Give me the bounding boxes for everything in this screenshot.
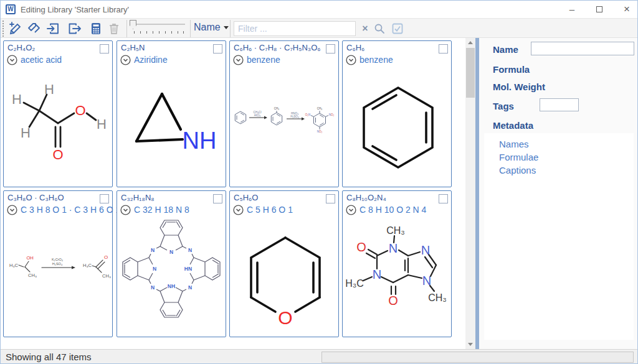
svg-text:O: O [75,103,85,118]
card-formula: C₆H₆ [346,43,364,52]
chevron-circle-icon[interactable] [346,205,356,215]
slider-track[interactable] [131,24,185,25]
card-formula: C₃H₈O · C₃H₆O [7,193,64,202]
svg-text:O₂N: O₂N [305,113,311,116]
card-checkbox[interactable] [439,44,448,54]
toolbar-separator [230,20,231,37]
maximize-icon [596,6,602,12]
metadata-list: Names Formulae Captions [484,133,634,340]
card-caption: benzene [247,55,280,65]
card-benzene[interactable]: C₆H₆ benzene [342,40,452,187]
mol-weight-label: Mol. Weight [493,82,545,92]
card-checkbox[interactable] [100,44,109,54]
card-caption: C 3 H 8 O 1 · C 3 H 6 O 1 [21,205,120,215]
card-benzene-reaction[interactable]: C₆H₆ · C₇H₈ · C₇H₅N₃O₆ benzene [229,40,339,187]
name-input[interactable] [531,42,634,55]
svg-text:NH: NH [168,283,175,289]
card-checkbox[interactable] [100,194,109,203]
card-caption: C 32 H 18 N 8 [134,205,189,215]
chevron-circle-icon[interactable] [120,55,131,65]
card-checkbox[interactable] [213,194,222,203]
formula-label: Formula [493,64,530,75]
svg-text:O: O [52,147,63,162]
card-formula: C₃₂H₁₈N₈ [121,193,155,202]
card-aziridine[interactable]: C₂H₅N Aziridine NH [117,40,226,187]
card-checkbox[interactable] [326,44,335,54]
scroll-up-icon[interactable] [468,41,473,44]
svg-text:O: O [104,254,108,260]
minimize-button[interactable]: – [563,3,581,16]
svg-text:N: N [169,249,173,255]
card-pyran[interactable]: C₅H₆O C 5 H 6 O 1 O [229,190,339,337]
chevron-circle-icon[interactable] [233,55,244,65]
card-formula: C₈H₁₀O₂N₄ [346,193,386,202]
svg-text:N: N [153,266,156,272]
metadata-label: Metadata [493,120,533,131]
chevron-circle-icon[interactable] [7,205,17,215]
chevron-circle-icon[interactable] [233,205,244,215]
svg-text:H₃C: H₃C [83,263,92,268]
chevron-circle-icon[interactable] [7,55,17,65]
card-acetic-acid[interactable]: C₂H₄O₂ acetic acid H H H H O O [3,40,113,187]
slider-thumb[interactable] [130,20,136,29]
progress-bar [321,352,634,363]
svg-text:CH₃: CH₃ [386,225,405,236]
svg-text:NO₂: NO₂ [329,113,335,116]
svg-text:H: H [12,91,22,107]
svg-text:H: H [44,82,54,97]
svg-text:N: N [188,284,192,291]
filter-input[interactable] [234,21,356,36]
status-text: Showing all 47 items [6,352,92,362]
card-caption: acetic acid [21,55,62,65]
close-button[interactable]: × [617,3,636,16]
card-checkbox[interactable] [326,194,335,203]
window-title: Editing Library 'Starter Library' [21,5,129,14]
svg-text:CH₃: CH₃ [274,107,280,110]
card-checkbox[interactable] [213,44,222,54]
svg-text:H₃C: H₃C [345,278,364,289]
svg-text:N: N [422,274,431,287]
maximize-button[interactable] [590,3,609,16]
name-label: Name [493,44,518,55]
svg-text:O: O [278,307,292,328]
svg-text:N: N [151,284,155,291]
card-formula: C₂H₄O₂ [7,43,35,52]
app-icon: W [6,4,16,14]
svg-text:CH₃: CH₃ [102,273,111,279]
card-oxidation-reaction[interactable]: C₃H₈O · C₃H₆O C 3 H 8 O 1 · C 3 H 6 O 1 … [3,190,113,337]
tags-input[interactable] [540,98,579,111]
title-bar: W Editing Library 'Starter Library' – × [1,1,638,18]
toolbar-separator [190,20,191,37]
select-all-checkbox-icon[interactable] [391,22,404,35]
chevron-circle-icon[interactable] [120,205,131,215]
card-caffeine[interactable]: C₈H₁₀O₂N₄ C 8 H 10 O 2 N 4 [342,190,452,337]
zoom-slider[interactable] [1,19,188,39]
svg-text:AlCl₃: AlCl₃ [254,114,260,117]
card-caption: benzene [359,55,393,65]
details-panel: Name Formula Mol. Weight Tags Metadata N… [479,38,638,349]
scrollbar-thumb[interactable] [466,48,475,98]
metadata-item-captions[interactable]: Captions [484,164,634,177]
card-phthalocyanine[interactable]: C₃₂H₁₈N₈ C 32 H 18 N 8 N [117,190,226,337]
scroll-down-icon[interactable] [468,343,473,346]
card-formula: C₆H₆ · C₇H₈ · C₇H₅N₃O₆ [234,43,321,52]
molecule-benzene [343,69,450,185]
molecule-aziridine: NH [118,69,225,185]
sort-dropdown[interactable]: Name [194,22,229,33]
search-icon[interactable] [373,22,386,35]
vertical-scrollbar[interactable] [465,38,475,349]
metadata-item-formulae[interactable]: Formulae [484,151,634,164]
clear-filter-icon[interactable]: × [359,22,371,35]
card-caption: C 5 H 6 O 1 [247,205,293,215]
svg-text:CH₃: CH₃ [317,107,323,110]
molecule-pyran: O [231,219,338,335]
svg-text:OH: OH [26,255,33,261]
metadata-item-names[interactable]: Names [484,138,634,151]
svg-text:H₂SO₄: H₂SO₄ [52,262,63,266]
card-checkbox[interactable] [439,194,448,203]
toolbar: Name × [1,18,638,38]
card-caption: Aziridine [134,55,168,65]
svg-text:H: H [21,125,31,141]
status-bar: Showing all 47 items [1,349,638,364]
chevron-circle-icon[interactable] [346,55,356,65]
